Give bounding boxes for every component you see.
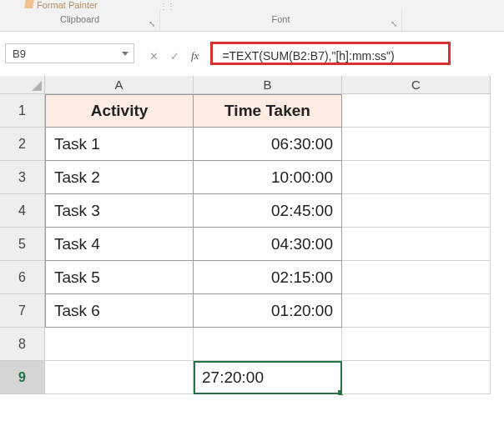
cell-C3[interactable] (342, 161, 491, 194)
ribbon-group-clipboard: Clipboard ⤡ (0, 9, 160, 31)
formula-input[interactable]: =TEXT(SUM(B2:B7),"[h]:mm:ss") (210, 43, 504, 68)
row-head-7[interactable]: 7 (0, 294, 45, 328)
fx-icon[interactable]: fx (191, 49, 199, 63)
ribbon-group-label: Clipboard (60, 14, 99, 24)
column-headers: A B C (0, 76, 504, 94)
formula-bar-buttons: ✕ ✓ fx (134, 43, 210, 68)
cell-C9[interactable] (342, 361, 491, 394)
cell-A8[interactable] (45, 328, 194, 361)
ribbon-group-label: Font (271, 14, 290, 24)
row-head-5[interactable]: 5 (0, 228, 45, 261)
cell-C2[interactable] (342, 128, 491, 161)
cell-B9-selected[interactable]: 27:20:00 (194, 361, 342, 394)
cell-C8[interactable] (342, 328, 491, 361)
ribbon-group-font: Font ⤡ (160, 9, 402, 31)
cell-A7[interactable]: Task 6 (45, 294, 194, 328)
dialog-launcher-icon[interactable]: ⤡ (391, 20, 399, 28)
col-head-A[interactable]: A (45, 76, 194, 94)
cell-A3[interactable]: Task 2 (45, 161, 194, 194)
cancel-icon[interactable]: ✕ (149, 50, 159, 63)
cell-C5[interactable] (342, 228, 491, 261)
select-all-triangle[interactable] (0, 76, 45, 94)
cell-A5[interactable]: Task 4 (45, 228, 194, 261)
row-head-9[interactable]: 9 (0, 361, 45, 394)
ribbon-area: Format Painter ⋮⋮ Clipboard ⤡ Font ⤡ (0, 0, 504, 32)
row-head-3[interactable]: 3 (0, 161, 45, 194)
cell-B8[interactable] (194, 328, 342, 361)
cell-B2[interactable]: 06:30:00 (194, 128, 342, 161)
row-head-6[interactable]: 6 (0, 261, 45, 294)
formula-text: =TEXT(SUM(B2:B7),"[h]:mm:ss") (217, 49, 394, 63)
cell-A6[interactable]: Task 5 (45, 261, 194, 294)
row-head-8[interactable]: 8 (0, 328, 45, 361)
cell-B5[interactable]: 04:30:00 (194, 228, 342, 261)
cell-A4[interactable]: Task 3 (45, 194, 194, 228)
cell-B7[interactable]: 01:20:00 (194, 294, 342, 328)
cell-C6[interactable] (342, 261, 491, 294)
cell-B3[interactable]: 10:00:00 (194, 161, 342, 194)
formula-bar: B9 ✕ ✓ fx =TEXT(SUM(B2:B7),"[h]:mm:ss") (0, 43, 504, 68)
dialog-launcher-icon[interactable]: ⤡ (149, 20, 157, 28)
cell-C1[interactable] (342, 94, 491, 128)
cell-B6[interactable]: 02:15:00 (194, 261, 342, 294)
row-head-1[interactable]: 1 (0, 94, 45, 128)
col-head-C[interactable]: C (342, 76, 491, 94)
cells-grid: 1 Activity Time Taken 2 Task 1 06:30:00 … (0, 94, 504, 394)
header-activity[interactable]: Activity (45, 94, 194, 128)
row-head-4[interactable]: 4 (0, 194, 45, 228)
cell-C4[interactable] (342, 194, 491, 228)
row-head-2[interactable]: 2 (0, 128, 45, 161)
col-head-B[interactable]: B (194, 76, 342, 94)
cell-C7[interactable] (342, 294, 491, 328)
cell-A9[interactable] (45, 361, 194, 394)
cell-A2[interactable]: Task 1 (45, 128, 194, 161)
name-box[interactable]: B9 (5, 43, 134, 63)
header-time-taken[interactable]: Time Taken (194, 94, 342, 128)
cell-B4[interactable]: 02:45:00 (194, 194, 342, 228)
confirm-icon[interactable]: ✓ (170, 50, 179, 63)
